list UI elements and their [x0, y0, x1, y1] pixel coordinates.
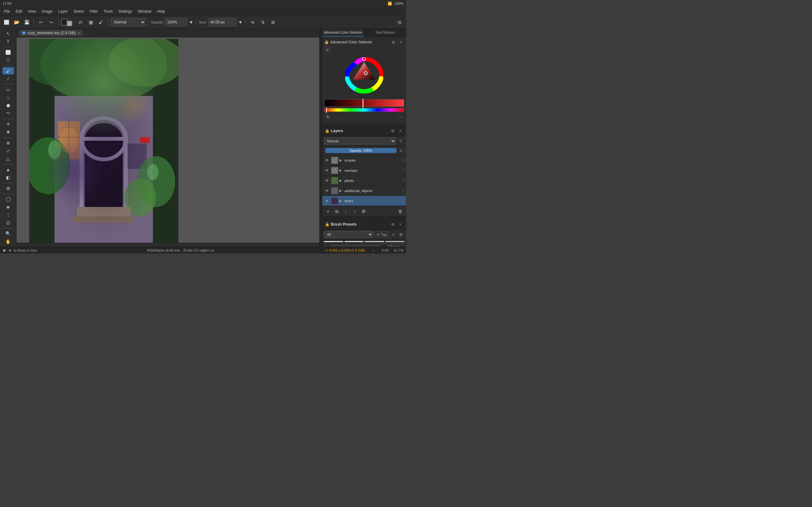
blend-mode-select[interactable]: Normal Multiply Screen Overlay [111, 18, 146, 26]
new-window-btn[interactable]: ⬜ [2, 18, 11, 26]
open-btn[interactable]: 📂 [12, 18, 21, 26]
layer-expand-additional[interactable]: ▶ [339, 189, 343, 192]
select-tool-btn[interactable]: ↖ [3, 30, 14, 37]
layer-expand-doors[interactable]: ▶ [339, 199, 343, 203]
multibrush-btn[interactable]: ✳ [3, 120, 14, 128]
color-wheel[interactable] [345, 57, 383, 95]
layer-vis-doors[interactable]: 👁 [324, 198, 330, 204]
layer-vis-additional[interactable]: 👁 [324, 188, 330, 193]
opacity-input[interactable] [165, 18, 187, 26]
layers-close-btn[interactable]: × [397, 128, 403, 134]
bg-color-btn[interactable] [67, 20, 72, 26]
rectangular-select-btn[interactable]: ⊡ [3, 219, 14, 227]
size-arrow-btn[interactable]: ▼ [238, 18, 243, 26]
fill-btn[interactable]: ▲ [3, 166, 14, 173]
brush-grid-btn[interactable]: ⊞ [398, 231, 404, 238]
layer-expand-scooter[interactable]: ▶ [339, 158, 343, 162]
pan-tool-btn[interactable]: ✋ [3, 238, 14, 245]
menu-file[interactable]: File [1, 8, 12, 14]
layer-vis-overlays[interactable]: 👁 [324, 168, 330, 173]
color-hue-bar[interactable] [324, 108, 404, 112]
text-tool-btn[interactable]: T [3, 38, 14, 45]
menu-tools[interactable]: Tools [101, 8, 115, 14]
menu-layer[interactable]: Layer [55, 8, 70, 14]
measure-btn[interactable]: △ [3, 155, 14, 163]
menu-edit[interactable]: Edit [13, 8, 25, 14]
color-type-hsv-btn[interactable]: ⊡ [324, 47, 331, 53]
color-panel-expand-btn[interactable]: ⧉ [390, 39, 397, 45]
color-refresh-btn[interactable]: ↻ [325, 114, 331, 120]
crop-btn[interactable]: ⊞ [3, 184, 14, 192]
brush-preset-btn[interactable]: 🖌 [96, 18, 105, 26]
circular-select-btn[interactable]: ◯ [3, 195, 14, 203]
color-sampler-btn[interactable]: ⊕ [3, 139, 14, 147]
tab-advanced-color[interactable]: Advanced Color Selector [322, 29, 364, 37]
color-gradient-bar[interactable] [324, 99, 404, 107]
menu-help[interactable]: Help [154, 8, 167, 14]
opacity-arrow-btn[interactable]: ▼ [189, 18, 194, 26]
canvas-container[interactable]: wøyng [16, 38, 319, 243]
brush-close-btn[interactable]: × [397, 221, 403, 228]
layer-item-additional[interactable]: 👁 ▶ additional_objects α [322, 186, 406, 196]
menu-filter[interactable]: Filter [87, 8, 101, 14]
size-input[interactable] [208, 18, 237, 26]
zoom-out-btn[interactable]: − [369, 246, 378, 254]
layer-item-scooter[interactable]: 👁 ▶ scooter α [322, 155, 406, 165]
properties-btn[interactable]: ⚙ [360, 208, 367, 215]
menu-select[interactable]: Select [71, 8, 86, 14]
redo-btn[interactable]: ↪ [47, 18, 55, 26]
canvas-tab[interactable]: cozy_tenement.kra (2.9 GiB) × [19, 30, 83, 36]
line-tool-btn[interactable]: / [3, 75, 14, 82]
brush-filter-select[interactable]: All Favorites Recent [324, 231, 373, 238]
menu-view[interactable]: View [26, 8, 39, 14]
layer-vis-plants[interactable]: 👁 [324, 178, 330, 183]
layer-blend-select[interactable]: Normal Multiply Screen [324, 137, 396, 145]
merge-down-btn[interactable]: ↓ [342, 208, 350, 215]
layer-filter-btn[interactable]: ▽ [397, 137, 404, 145]
menu-window[interactable]: Window [136, 8, 154, 14]
brush-tag-btn[interactable]: 🏷 Tag [374, 232, 389, 237]
polygon-tool-btn[interactable]: ⬟ [3, 102, 14, 109]
transform-btn[interactable]: ⤢ [3, 147, 14, 154]
brush-expand-btn[interactable]: ⧉ [390, 221, 396, 228]
mirror-v-btn[interactable]: ⇅ [258, 18, 267, 26]
layer-expand-plants[interactable]: ▶ [339, 179, 343, 182]
move-up-btn[interactable]: ↑ [351, 208, 358, 215]
zoom-tool-btn[interactable]: 🔍 [3, 230, 14, 237]
save-btn[interactable]: 💾 [22, 18, 31, 26]
magnetic-select-btn[interactable]: ⋮ [3, 211, 14, 219]
color-panel-close-btn[interactable]: × [398, 39, 404, 45]
layer-opacity-value[interactable]: Opacity: 100% [325, 148, 397, 153]
color-swap-btn[interactable]: ⇄ [76, 18, 85, 26]
freehand-path-btn[interactable]: 〜 [3, 110, 14, 117]
layers-expand-btn[interactable]: ⧉ [390, 128, 396, 134]
smart-patch-btn[interactable]: ❋ [3, 128, 14, 135]
menu-image[interactable]: Image [39, 8, 55, 14]
brush-tool-btn[interactable]: 🖌 [3, 67, 14, 74]
layer-vis-scooter[interactable]: 👁 [324, 158, 330, 163]
contiguous-select-btn[interactable]: ⬜ [3, 49, 14, 56]
delete-layer-btn[interactable]: 🗑 [397, 208, 404, 215]
undo-btn[interactable]: ↩ [37, 18, 45, 26]
copy-layer-btn[interactable]: ⧉ [333, 208, 341, 215]
contiguous-path-btn[interactable]: ◈ [3, 203, 14, 210]
layer-item-plants[interactable]: 👁 ▶ plants α [322, 176, 406, 186]
add-layer-btn[interactable]: + [324, 208, 332, 215]
menu-settings[interactable]: Settings [116, 8, 135, 14]
layer-item-overlays[interactable]: 👁 ▶ overlays α [322, 165, 406, 176]
ellipse-tool-btn[interactable]: ○ [3, 94, 14, 101]
wrap-btn[interactable]: ⊞ [269, 18, 277, 26]
brush-list-btn[interactable]: ≡ [390, 231, 397, 238]
canvas-close-btn[interactable]: × [78, 31, 80, 35]
gradient-btn[interactable]: ◧ [3, 174, 14, 181]
color-menu-btn[interactable]: ⋯ [397, 114, 403, 120]
layer-opacity-menu-btn[interactable]: ≡ [398, 147, 404, 154]
freehand-select-btn[interactable]: ⬡ [3, 56, 14, 64]
panel-layout-btn[interactable]: ⊟ [395, 18, 404, 26]
mirror-h-btn[interactable]: ⇆ [248, 18, 257, 26]
rect-tool-btn[interactable]: ▭ [3, 86, 14, 93]
v-scrollbar[interactable] [319, 29, 322, 246]
pattern-btn[interactable]: ▦ [86, 18, 95, 26]
tab-tool-options[interactable]: Tool Options [364, 29, 406, 37]
h-scrollbar[interactable] [16, 243, 319, 246]
